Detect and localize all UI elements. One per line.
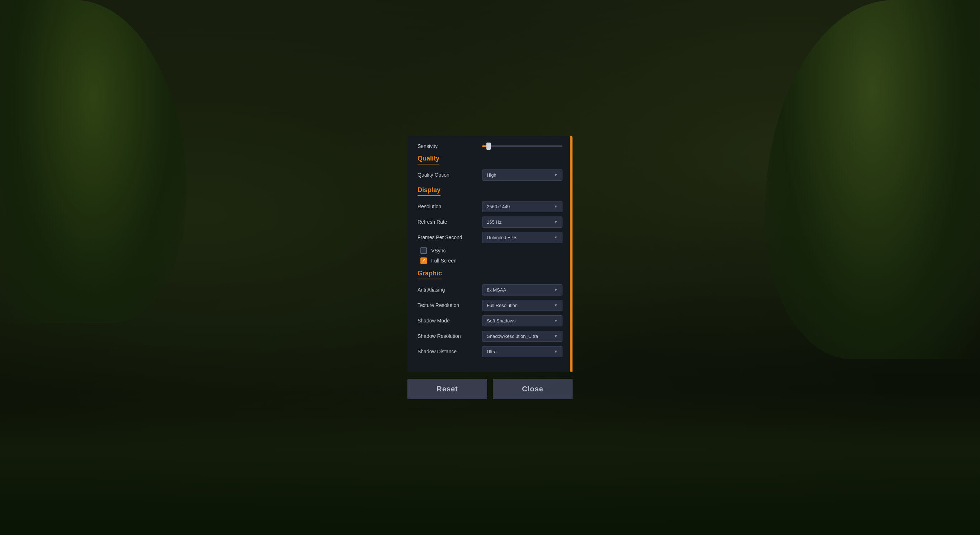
shadow-distance-dropdown[interactable]: Ultra ▼ [482, 346, 562, 357]
display-section: Display Resolution 2560x1440 ▼ Refresh R… [418, 186, 562, 264]
refresh-rate-label: Refresh Rate [418, 219, 482, 225]
resolution-label: Resolution [418, 204, 482, 209]
quality-section: Quality Quality Option High ▼ [418, 155, 562, 180]
fps-dropdown[interactable]: Unlimited FPS ▼ [482, 232, 562, 243]
sensitivity-label: Sensivity [418, 143, 482, 149]
quality-option-dropdown[interactable]: High ▼ [482, 169, 562, 180]
shadow-mode-value: Soft Shadows [487, 318, 515, 324]
anti-aliasing-value: 8x MSAA [487, 287, 506, 293]
anti-aliasing-dropdown[interactable]: 8x MSAA ▼ [482, 284, 562, 295]
quality-option-arrow: ▼ [554, 173, 558, 177]
shadow-mode-arrow: ▼ [554, 318, 558, 323]
vsync-label: VSync [431, 248, 445, 254]
graphic-section: Graphic Anti Aliasing 8x MSAA ▼ Texture … [418, 270, 562, 357]
resolution-value: 2560x1440 [487, 204, 510, 209]
resolution-row: Resolution 2560x1440 ▼ [418, 201, 562, 212]
shadow-resolution-label: Shadow Resolution [418, 333, 482, 339]
shadow-mode-dropdown[interactable]: Soft Shadows ▼ [482, 315, 562, 326]
refresh-rate-arrow: ▼ [554, 220, 558, 224]
fps-label: Frames Per Second [418, 235, 482, 240]
shadow-distance-arrow: ▼ [554, 349, 558, 354]
fps-row: Frames Per Second Unlimited FPS ▼ [418, 232, 562, 243]
quality-option-label: Quality Option [418, 172, 482, 178]
reset-button[interactable]: Reset [407, 379, 487, 399]
anti-aliasing-arrow: ▼ [554, 287, 558, 292]
refresh-rate-value: 165 Hz [487, 219, 501, 225]
shadow-resolution-row: Shadow Resolution ShadowResolution_Ultra… [418, 331, 562, 342]
sensitivity-slider-track[interactable] [482, 145, 562, 147]
texture-resolution-dropdown[interactable]: Full Resolution ▼ [482, 300, 562, 311]
modal-container: Sensivity Quality Quality Option High [407, 136, 573, 399]
shadow-distance-row: Shadow Distance Ultra ▼ [418, 346, 562, 357]
shadow-distance-value: Ultra [487, 349, 496, 355]
shadow-resolution-arrow: ▼ [554, 334, 558, 338]
vsync-row: VSync [420, 248, 562, 254]
sensitivity-section: Sensivity [418, 143, 562, 149]
close-button[interactable]: Close [493, 379, 573, 399]
fullscreen-row: Full Screen [420, 257, 562, 264]
texture-resolution-label: Texture Resolution [418, 302, 482, 308]
resolution-arrow: ▼ [554, 204, 558, 209]
fullscreen-label: Full Screen [431, 258, 457, 264]
display-heading: Display [418, 186, 441, 196]
sensitivity-row: Sensivity [418, 143, 562, 149]
sensitivity-slider-thumb[interactable] [487, 142, 491, 150]
texture-resolution-row: Texture Resolution Full Resolution ▼ [418, 300, 562, 311]
anti-aliasing-label: Anti Aliasing [418, 287, 482, 293]
texture-resolution-arrow: ▼ [554, 303, 558, 307]
quality-heading: Quality [418, 155, 439, 164]
graphic-heading: Graphic [418, 270, 442, 279]
refresh-rate-row: Refresh Rate 165 Hz ▼ [418, 217, 562, 228]
anti-aliasing-row: Anti Aliasing 8x MSAA ▼ [418, 284, 562, 295]
modal-overlay: Sensivity Quality Quality Option High [0, 0, 980, 535]
sensitivity-slider-container [482, 145, 562, 147]
texture-resolution-value: Full Resolution [487, 303, 518, 308]
vsync-checkbox[interactable] [420, 248, 427, 254]
settings-panel: Sensivity Quality Quality Option High [407, 136, 573, 372]
fullscreen-checkbox[interactable] [420, 257, 427, 264]
shadow-mode-label: Shadow Mode [418, 318, 482, 324]
shadow-resolution-value: ShadowResolution_Ultra [487, 334, 538, 339]
quality-option-value: High [487, 172, 496, 178]
fps-arrow: ▼ [554, 235, 558, 240]
quality-option-row: Quality Option High ▼ [418, 169, 562, 180]
refresh-rate-dropdown[interactable]: 165 Hz ▼ [482, 217, 562, 228]
shadow-mode-row: Shadow Mode Soft Shadows ▼ [418, 315, 562, 326]
fps-value: Unlimited FPS [487, 235, 517, 240]
shadow-resolution-dropdown[interactable]: ShadowResolution_Ultra ▼ [482, 331, 562, 342]
shadow-distance-label: Shadow Distance [418, 349, 482, 355]
buttons-row: Reset Close [407, 375, 573, 399]
resolution-dropdown[interactable]: 2560x1440 ▼ [482, 201, 562, 212]
